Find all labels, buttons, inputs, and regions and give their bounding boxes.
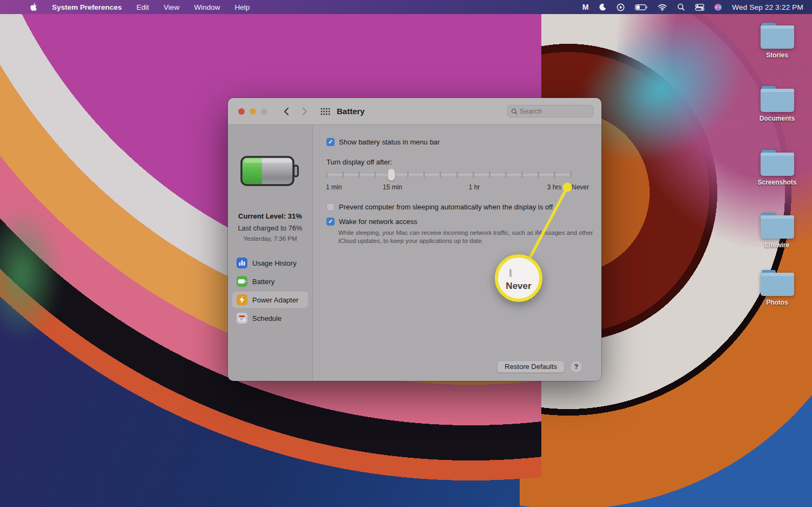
menu-bar: System Preferences Edit View Window Help…: [0, 0, 812, 14]
moon-icon[interactable]: [599, 3, 606, 11]
never-callout-circle: Never: [495, 254, 542, 302]
folder-icon: [760, 84, 795, 113]
folder-label: Photos: [766, 299, 788, 306]
control-center-icon[interactable]: [695, 4, 704, 11]
prevent-sleep-checkbox[interactable]: [326, 203, 335, 211]
sidebar-item-label: Schedule: [252, 314, 281, 322]
show-battery-status-checkbox[interactable]: ✓: [326, 138, 335, 146]
traffic-lights: [238, 108, 267, 115]
current-level-text: Current Level: 31%: [238, 212, 302, 220]
apple-icon: [30, 3, 37, 11]
slider-label-1min: 1 min: [326, 183, 342, 191]
folder-label: Documents: [759, 115, 795, 122]
titlebar[interactable]: Battery: [228, 98, 601, 125]
display-off-slider[interactable]: [326, 168, 572, 182]
wallpaper-green-streak: [0, 206, 62, 341]
sidebar-list: Usage History Battery: [232, 255, 308, 326]
folder-lifewire[interactable]: Lifewire: [749, 210, 806, 249]
last-charged-date: Yesterday, 7:36 PM: [243, 235, 297, 242]
close-button[interactable]: [238, 108, 245, 115]
search-field[interactable]: [507, 105, 594, 117]
forward-button[interactable]: [302, 107, 307, 116]
slider-label-1hr: 1 hr: [469, 183, 480, 191]
colorful-app-icon[interactable]: [715, 4, 722, 11]
back-button[interactable]: [284, 107, 289, 116]
folder-label: Screenshots: [757, 179, 796, 186]
slider-ticks: [326, 172, 572, 178]
sidebar-item-schedule[interactable]: Schedule: [232, 310, 308, 326]
battery-preferences-window: Battery: [228, 98, 601, 381]
callout-slider-tick: [509, 269, 512, 277]
folder-icon: [760, 21, 795, 50]
folder-photos[interactable]: Photos: [749, 268, 806, 306]
wake-network-checkbox[interactable]: ✓: [326, 218, 335, 226]
slider-label-never: Never: [572, 183, 589, 191]
menu-app-name[interactable]: System Preferences: [52, 3, 122, 11]
show-all-grid-icon[interactable]: [320, 108, 330, 115]
folder-icon: [760, 148, 795, 177]
sidebar-item-power-adapter[interactable]: Power Adapter: [232, 292, 308, 308]
folder-label: Stories: [766, 51, 788, 59]
battery-item-icon: [237, 276, 247, 287]
prevent-sleep-label: Prevent computer from sleeping automatic…: [339, 203, 553, 211]
show-battery-status-label: Show battery status in menu bar: [339, 138, 440, 146]
slider-label-15min: 15 min: [383, 183, 402, 191]
help-button[interactable]: ?: [570, 360, 582, 373]
sidebar: Current Level: 31% Last charged to 76% Y…: [228, 125, 313, 381]
folder-stories[interactable]: Stories: [749, 21, 806, 59]
screen: Stories Documents Screenshots: [0, 0, 812, 507]
wake-network-description: While sleeping, your Mac can receive inc…: [338, 229, 597, 245]
search-icon: [511, 108, 518, 115]
sidebar-item-label: Battery: [252, 278, 274, 286]
slider-thumb[interactable]: [388, 169, 395, 181]
apple-menu[interactable]: [30, 3, 37, 11]
slider-label-3hrs: 3 hrs: [547, 183, 562, 191]
folder-documents[interactable]: Documents: [749, 84, 806, 122]
zoom-button[interactable]: [261, 108, 267, 115]
sidebar-item-label: Usage History: [252, 259, 297, 267]
turn-display-off-label: Turn display off after:: [326, 158, 392, 166]
minimize-button[interactable]: [250, 108, 256, 115]
folder-screenshots[interactable]: Screenshots: [749, 148, 806, 186]
menubar-clock[interactable]: Wed Sep 22 3:22 PM: [732, 3, 803, 11]
usage-history-icon: [237, 258, 247, 268]
slider-labels: 1 min 15 min 1 hr 3 hrs Never: [326, 183, 597, 192]
sidebar-item-label: Power Adapter: [252, 296, 298, 304]
callout-label: Never: [498, 281, 539, 292]
folder-icon: [760, 210, 795, 240]
battery-status-icon[interactable]: [635, 4, 647, 10]
schedule-icon: [237, 313, 247, 324]
restore-defaults-button[interactable]: Restore Defaults: [497, 360, 565, 373]
spotlight-icon[interactable]: [677, 3, 685, 11]
folder-label: Lifewire: [765, 241, 789, 249]
wifi-icon[interactable]: [658, 4, 667, 11]
last-charged-text: Last charged to 76%: [238, 224, 302, 232]
menu-help[interactable]: Help: [234, 3, 250, 11]
wake-network-label: Wake for network access: [339, 218, 417, 226]
sidebar-item-usage-history[interactable]: Usage History: [232, 255, 308, 271]
play-circle-icon[interactable]: [617, 3, 625, 11]
menu-window[interactable]: Window: [194, 3, 220, 11]
m-logo-icon[interactable]: M: [582, 3, 589, 11]
sidebar-item-battery[interactable]: Battery: [232, 273, 308, 289]
power-adapter-icon: [237, 294, 247, 305]
search-input[interactable]: [520, 107, 579, 115]
folder-icon: [760, 268, 795, 297]
battery-illustration: [240, 154, 300, 188]
menu-edit[interactable]: Edit: [136, 3, 149, 11]
menu-view[interactable]: View: [163, 3, 179, 11]
power-adapter-pane: ✓ Show battery status in menu bar Turn d…: [313, 125, 601, 381]
window-title: Battery: [337, 107, 365, 116]
